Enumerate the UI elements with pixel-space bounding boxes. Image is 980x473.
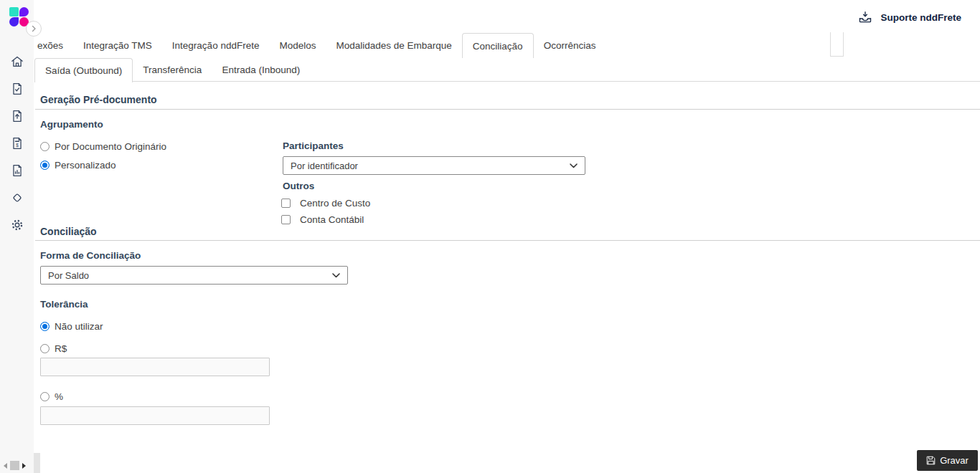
radio-label: Por Documento Originário bbox=[55, 141, 166, 152]
settings-tab-strip: exões Integração TMS Integração nddFrete… bbox=[34, 33, 606, 58]
section-divider bbox=[35, 109, 980, 110]
checkbox-label: Conta Contábil bbox=[300, 214, 364, 225]
tab-conexoes-clipped[interactable]: exões bbox=[34, 33, 73, 58]
radio-label: Não utilizar bbox=[55, 321, 103, 332]
radio-reais[interactable]: R$ bbox=[40, 343, 67, 354]
section-title-conciliacao: Conciliação bbox=[40, 226, 97, 237]
support-label: Suporte nddFrete bbox=[880, 12, 961, 23]
logo-tile-purple bbox=[19, 7, 29, 16]
tolerancia-reais-input[interactable] bbox=[40, 358, 270, 376]
tab-transferencia[interactable]: Transferência bbox=[133, 58, 212, 82]
app-window: $ bbox=[0, 0, 980, 473]
section-title-geracao-pre-documento: Geração Pré-documento bbox=[40, 94, 157, 105]
forma-conciliacao-select[interactable]: Por Saldo bbox=[40, 266, 348, 285]
radio-percentual[interactable]: % bbox=[40, 391, 63, 402]
tab-saida-outbound[interactable]: Saída (Outbound) bbox=[34, 58, 133, 82]
tab-ocorrencias[interactable]: Ocorrências bbox=[534, 33, 606, 58]
ndd-logo bbox=[9, 7, 29, 27]
direction-tab-strip: Saída (Outbound) Transferência Entrada (… bbox=[34, 58, 310, 82]
forma-conciliacao-selected-value: Por Saldo bbox=[48, 270, 332, 281]
scroll-right-arrow-icon[interactable] bbox=[22, 463, 26, 469]
floppy-disk-icon bbox=[926, 456, 936, 465]
participantes-select[interactable]: Por identificador bbox=[283, 156, 585, 175]
scrollbar-corner bbox=[34, 453, 40, 473]
radio-icon bbox=[40, 142, 50, 151]
radio-icon bbox=[40, 344, 50, 353]
home-icon[interactable] bbox=[9, 53, 26, 70]
forma-conciliacao-label: Forma de Conciliação bbox=[40, 250, 141, 261]
diamond-sync-icon[interactable] bbox=[9, 189, 26, 206]
radio-label: Personalizado bbox=[55, 160, 116, 171]
radio-label: % bbox=[55, 391, 63, 402]
tab-modelos[interactable]: Modelos bbox=[269, 33, 326, 58]
tab-entrada-inbound[interactable]: Entrada (Inbound) bbox=[212, 58, 310, 82]
tab-integracao-nddfrete[interactable]: Integração nddFrete bbox=[162, 33, 270, 58]
radio-icon bbox=[40, 392, 50, 401]
chevron-right-icon bbox=[30, 25, 37, 32]
document-invoice-icon[interactable]: $ bbox=[9, 135, 26, 152]
radio-por-documento-originario[interactable]: Por Documento Originário bbox=[40, 141, 166, 152]
agrupamento-label: Agrupamento bbox=[40, 119, 103, 130]
radio-icon bbox=[40, 322, 50, 331]
section-divider bbox=[35, 240, 980, 241]
support-link[interactable]: Suporte nddFrete bbox=[857, 9, 961, 25]
document-report-icon[interactable] bbox=[9, 162, 26, 179]
sidebar-expand-button[interactable] bbox=[26, 21, 42, 37]
document-upload-icon[interactable] bbox=[9, 108, 26, 125]
tab-modalidades-embarque[interactable]: Modalidades de Embarque bbox=[326, 33, 461, 58]
svg-text:$: $ bbox=[16, 143, 19, 148]
settings-gear-icon[interactable] bbox=[9, 216, 26, 234]
checkbox-label: Centro de Custo bbox=[300, 198, 370, 209]
radio-label: R$ bbox=[55, 343, 67, 354]
horizontal-scrollbar bbox=[4, 461, 26, 470]
logo-tile-indigo bbox=[9, 17, 19, 27]
tab-conciliacao[interactable]: Conciliação bbox=[462, 33, 534, 58]
participantes-label: Participantes bbox=[283, 140, 344, 151]
tolerancia-label: Tolerância bbox=[40, 299, 88, 310]
save-button[interactable]: Gravar bbox=[917, 450, 978, 471]
checkbox-centro-de-custo[interactable]: Centro de Custo bbox=[281, 198, 370, 209]
tab-integracao-tms[interactable]: Integração TMS bbox=[73, 33, 162, 58]
checkbox-icon bbox=[281, 199, 291, 208]
sidebar: $ bbox=[0, 0, 34, 473]
chevron-down-icon bbox=[570, 163, 578, 168]
participantes-selected-value: Por identificador bbox=[291, 161, 570, 171]
save-button-label: Gravar bbox=[940, 455, 969, 466]
chevron-down-icon bbox=[332, 273, 340, 278]
radio-nao-utilizar[interactable]: Não utilizar bbox=[40, 321, 103, 332]
scrollbar-thumb[interactable] bbox=[10, 461, 19, 470]
radio-icon bbox=[40, 161, 50, 170]
logo-tile-teal bbox=[9, 7, 19, 16]
checkbox-conta-contabil[interactable]: Conta Contábil bbox=[281, 214, 364, 225]
outros-label: Outros bbox=[283, 181, 314, 191]
radio-personalizado[interactable]: Personalizado bbox=[40, 160, 116, 171]
scroll-left-arrow-icon[interactable] bbox=[4, 463, 7, 469]
checkbox-icon bbox=[281, 215, 291, 224]
tolerancia-percentual-input[interactable] bbox=[40, 406, 270, 425]
inbox-download-icon bbox=[857, 9, 873, 25]
document-check-icon[interactable] bbox=[9, 80, 26, 97]
tab-strip-overflow-placeholder bbox=[830, 32, 844, 57]
sidebar-nav: $ bbox=[0, 53, 34, 234]
